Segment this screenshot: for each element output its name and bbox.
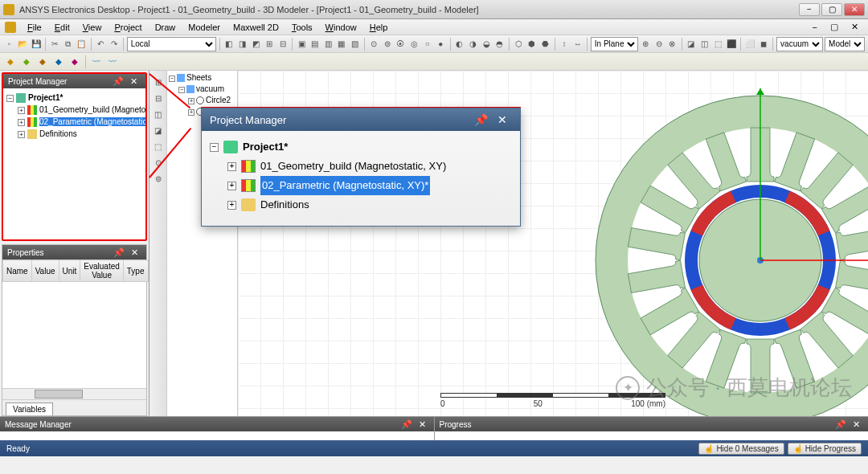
menu-help[interactable]: Help <box>365 21 393 34</box>
tb-icon[interactable]: ⊞ <box>264 37 276 51</box>
tb-icon[interactable]: ⊟ <box>276 37 289 51</box>
hide-progress-button[interactable]: ☝ Hide Progress <box>788 443 862 455</box>
tb2-icon[interactable]: ◆ <box>68 55 82 69</box>
vtb-icon[interactable]: ⊟ <box>152 92 165 104</box>
vtb-icon[interactable]: ◫ <box>152 108 165 121</box>
tb-icon[interactable]: ◎ <box>408 37 420 51</box>
close-panel-icon[interactable]: ✕ <box>416 419 429 430</box>
menu-view[interactable]: View <box>78 21 107 34</box>
tb-icon[interactable]: ◧ <box>223 37 235 51</box>
close-icon[interactable]: ✕ <box>493 113 512 126</box>
material-select[interactable]: vacuum <box>776 37 823 51</box>
menu-tools[interactable]: Tools <box>287 21 317 34</box>
expand-icon[interactable]: + <box>227 182 236 190</box>
tb-icon[interactable]: ↔ <box>571 37 583 51</box>
tb-icon[interactable]: ⬚ <box>712 37 724 51</box>
tb-icon[interactable]: ⦿ <box>395 37 407 51</box>
tb-icon[interactable]: ⊗ <box>666 37 678 51</box>
tb2-icon[interactable]: ◆ <box>51 55 66 69</box>
close-panel-icon[interactable]: ✕ <box>850 419 863 430</box>
menu-file[interactable]: FFileile <box>23 21 47 34</box>
tb2-icon[interactable]: ◆ <box>19 55 34 69</box>
pin-icon[interactable]: 📌 <box>469 113 493 126</box>
mdi-restore-button[interactable]: ▢ <box>825 20 843 34</box>
tb-icon[interactable]: ◩ <box>250 37 262 51</box>
expand-icon[interactable]: − <box>169 76 175 82</box>
pin-icon[interactable]: 📌 <box>110 247 128 258</box>
expand-icon[interactable]: + <box>227 201 236 210</box>
tb-icon[interactable]: ▣ <box>296 37 308 51</box>
project-root-large[interactable]: Project1* <box>243 137 288 157</box>
tb-icon[interactable]: ⊚ <box>381 37 393 51</box>
tb2-icon[interactable]: ◆ <box>35 55 50 69</box>
menu-draw[interactable]: Draw <box>150 21 181 34</box>
tb-icon[interactable]: ◓ <box>493 37 506 51</box>
scrollbar-thumb[interactable] <box>35 390 83 398</box>
tb-icon[interactable]: ◨ <box>236 37 248 51</box>
undo-icon[interactable]: ↶ <box>95 37 107 51</box>
menu-modeler[interactable]: Modeler <box>183 21 225 34</box>
tb-icon[interactable]: ▦ <box>336 37 348 51</box>
expand-icon[interactable]: − <box>210 143 219 152</box>
col-value[interactable]: Value <box>31 260 59 282</box>
tb-icon[interactable]: ◪ <box>686 37 698 51</box>
pin-icon[interactable]: 📌 <box>832 419 850 430</box>
tb-icon[interactable]: ◒ <box>481 37 493 51</box>
tb2-icon[interactable]: 〰 <box>89 55 104 69</box>
tb-icon[interactable]: ○ <box>421 37 433 51</box>
save-icon[interactable]: 💾 <box>30 37 42 51</box>
menu-maxwell2d[interactable]: Maxwell 2D <box>228 21 284 34</box>
redo-icon[interactable]: ↷ <box>108 37 120 51</box>
vacuum-node[interactable]: vacuum <box>196 84 224 93</box>
tb-icon[interactable]: ◫ <box>698 37 710 51</box>
close-panel-icon[interactable]: ✕ <box>127 76 141 87</box>
close-button[interactable]: ✕ <box>844 3 865 16</box>
tb-icon[interactable]: ▤ <box>309 37 321 51</box>
tb-icon[interactable]: ⊙ <box>368 37 380 51</box>
pin-icon[interactable]: 📌 <box>109 76 127 87</box>
expand-icon[interactable]: + <box>18 107 25 114</box>
tb-icon[interactable]: ⊖ <box>653 37 665 51</box>
tb-icon[interactable]: ⬢ <box>526 37 538 51</box>
tb-icon[interactable]: ⬡ <box>513 37 525 51</box>
mdi-close-button[interactable]: ✕ <box>846 20 863 34</box>
maximize-button[interactable]: ▢ <box>821 3 842 16</box>
expand-icon[interactable]: − <box>178 87 185 93</box>
menu-project[interactable]: Project <box>109 21 146 34</box>
open-icon[interactable]: 📂 <box>17 37 29 51</box>
tb-icon[interactable]: ▧ <box>349 37 361 51</box>
expand-icon[interactable]: + <box>227 162 236 171</box>
tb2-icon[interactable]: ◆ <box>3 55 18 69</box>
tab-variables[interactable]: Variables <box>6 402 53 415</box>
expand-icon[interactable]: + <box>188 109 194 116</box>
tb-icon[interactable]: ● <box>435 37 447 51</box>
tb-icon[interactable]: ▥ <box>322 37 334 51</box>
pin-icon[interactable]: 📌 <box>398 419 416 430</box>
design1-large[interactable]: 01_Geometry_build (Magnetostatic, XY) <box>260 157 446 176</box>
design-node-2[interactable]: 02_Parametric (Magnetostatic, XY)* <box>39 117 147 126</box>
new-icon[interactable]: ▫ <box>3 37 15 51</box>
definitions-large[interactable]: Definitions <box>260 195 309 215</box>
horizontal-scrollbar[interactable] <box>2 388 146 399</box>
tb-icon[interactable]: ⬛ <box>726 37 738 51</box>
tb-icon[interactable]: ⬜ <box>744 37 756 51</box>
vtb-icon[interactable]: ◪ <box>152 124 165 137</box>
col-type[interactable]: Type <box>123 260 148 282</box>
tb2-icon[interactable]: 〰 <box>105 55 120 69</box>
hide-messages-button[interactable]: ☝ Hide 0 Messages <box>698 443 784 455</box>
model-select[interactable]: Model <box>825 37 865 51</box>
sheets-node[interactable]: Sheets <box>186 73 211 82</box>
tb-icon[interactable]: ↕ <box>559 37 571 51</box>
expand-icon[interactable]: + <box>188 98 194 104</box>
expand-icon[interactable]: + <box>18 131 25 138</box>
plane-select[interactable]: In Plane <box>591 37 638 51</box>
solver-select[interactable]: Local <box>127 37 216 51</box>
expand-icon[interactable]: − <box>6 95 14 102</box>
definitions-node[interactable]: Definitions <box>39 129 77 138</box>
tb-icon[interactable]: ◼ <box>758 37 770 51</box>
circle2-node[interactable]: Circle2 <box>206 96 231 104</box>
paste-icon[interactable]: 📋 <box>76 37 88 51</box>
tb-icon[interactable]: ⊕ <box>640 37 652 51</box>
col-unit[interactable]: Unit <box>59 260 80 282</box>
project-tree[interactable]: −Project1* +01_Geometry_build (Magnetost… <box>3 88 145 143</box>
